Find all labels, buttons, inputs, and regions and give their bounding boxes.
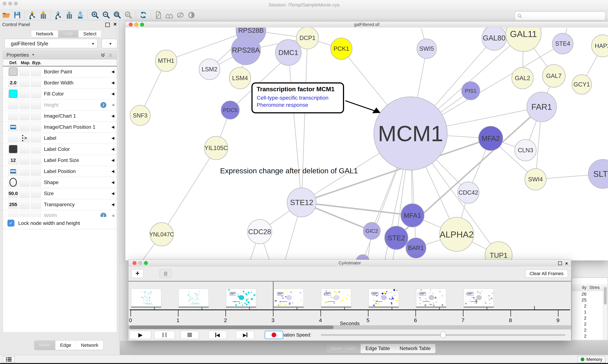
network-node-cdc28[interactable]: CDC28	[248, 220, 272, 244]
bypass-cell[interactable]	[31, 167, 41, 176]
style-options-button[interactable]: ▾	[102, 39, 117, 48]
window-zoom-icon[interactable]	[14, 1, 18, 6]
bypass-cell[interactable]	[31, 123, 41, 131]
expand-row-icon[interactable]: ◀	[111, 199, 114, 210]
table-row[interactable]: 2	[572, 327, 603, 333]
mapping-cell[interactable]	[19, 89, 30, 98]
annotation-link[interactable]: Cell-type-specific transcription	[257, 94, 339, 101]
delete-frame-button[interactable]	[159, 269, 172, 278]
property-row-transparency[interactable]: 255Transparency◀	[3, 199, 117, 210]
properties-header[interactable]: Properties ▾	[3, 51, 117, 59]
network-node-ste2[interactable]: STE2	[385, 226, 408, 249]
property-row-image-chart-1[interactable]: Image/Chart 1◀	[3, 111, 117, 122]
property-row-fill-color[interactable]: Fill Color◀	[3, 89, 117, 100]
tab-node[interactable]: Node	[34, 341, 55, 350]
mapping-cell[interactable]	[19, 111, 30, 120]
default-value-cell[interactable]	[8, 111, 18, 120]
network-node-pck1[interactable]: PCK1	[331, 38, 352, 59]
style-selector-dropdown[interactable]: galFiltered Style ▾	[4, 39, 97, 48]
mapping-cell[interactable]	[19, 78, 30, 87]
expand-row-icon[interactable]: ◀	[111, 111, 114, 121]
table-scrollbar[interactable]	[603, 284, 608, 340]
expand-row-icon[interactable]: ◀	[111, 133, 114, 143]
mapping-cell[interactable]	[19, 167, 30, 176]
window-minimize-icon[interactable]	[8, 1, 12, 6]
default-value-cell[interactable]: 2.0	[8, 78, 18, 87]
property-row-height[interactable]: Heighti◀	[3, 100, 117, 111]
info-icon[interactable]: i	[100, 102, 106, 108]
neighborhood-icon[interactable]	[165, 10, 174, 20]
property-row-size[interactable]: 50.0Size◀	[3, 188, 117, 199]
network-node-cln3[interactable]: CLN3	[515, 140, 536, 161]
zoom-icon[interactable]	[140, 23, 144, 26]
table-column-headers[interactable]: ity Stres	[572, 284, 603, 292]
network-node-lsm4[interactable]: LSM4	[229, 67, 251, 89]
expand-row-icon[interactable]: ◀	[111, 66, 114, 77]
expand-row-icon[interactable]: ◀	[111, 89, 114, 99]
next-frame-button[interactable]: ▶	[236, 331, 254, 339]
mapping-cell[interactable]	[19, 178, 30, 187]
zoom-selected-icon[interactable]	[124, 10, 133, 20]
network-node-hap2[interactable]: HAP2	[592, 35, 608, 57]
network-node-yil105c[interactable]: YIL105C	[204, 136, 228, 160]
network-node-gal2[interactable]: GAL2	[512, 67, 533, 89]
expand-row-icon[interactable]: ◀	[111, 155, 114, 165]
network-node-rps28a[interactable]: RPS28A	[231, 35, 261, 65]
property-row-label[interactable]: >Label◀	[3, 133, 117, 144]
property-row-border-paint[interactable]: Border Paint◀	[3, 66, 117, 78]
tab-select[interactable]: Select	[79, 30, 101, 37]
mapping-cell[interactable]	[19, 67, 30, 76]
network-node-far1[interactable]: FAR1	[527, 92, 556, 122]
bypass-cell[interactable]	[31, 100, 41, 109]
tab-edge[interactable]: Edge	[55, 341, 76, 350]
record-button[interactable]	[264, 331, 283, 339]
network-window-titlebar[interactable]: galFiltered.sif	[125, 22, 608, 28]
tab-edge-table[interactable]: Edge Table	[361, 344, 395, 353]
timeline-playhead[interactable]	[273, 281, 274, 310]
mapping-cell[interactable]	[19, 100, 30, 109]
search-input[interactable]	[515, 11, 606, 21]
table-row[interactable]: 26	[572, 291, 603, 297]
bypass-cell[interactable]	[31, 178, 41, 187]
expand-row-icon[interactable]: ◀	[111, 177, 114, 188]
bypass-cell[interactable]	[31, 134, 41, 143]
network-node-cdc42[interactable]: CDC42	[457, 182, 479, 203]
import-network-icon[interactable]	[28, 10, 37, 20]
network-node-mth1[interactable]: MTH1	[155, 50, 177, 71]
default-value-cell[interactable]	[8, 123, 18, 131]
close-icon[interactable]	[129, 23, 133, 26]
network-node-ste12[interactable]: STE12	[287, 188, 316, 217]
frame-thumbnail-4s[interactable]	[321, 288, 351, 307]
table-row[interactable]: 1	[572, 309, 603, 315]
network-node-bar1[interactable]: BAR1	[406, 238, 426, 258]
scrollbar-thumb[interactable]	[604, 287, 607, 305]
import-table-icon[interactable]	[39, 10, 48, 20]
default-value-cell[interactable]	[8, 167, 18, 176]
clear-all-frames-button[interactable]: Clear All Frames	[525, 269, 568, 278]
default-value-cell[interactable]	[8, 178, 18, 187]
zoom-icon[interactable]	[144, 261, 148, 265]
close-icon[interactable]	[133, 261, 137, 265]
default-value-cell[interactable]	[8, 89, 18, 98]
frame-thumbnail-6s[interactable]	[416, 288, 446, 307]
mapping-cell[interactable]	[19, 189, 30, 198]
network-node-gcy1[interactable]: GCY1	[572, 75, 592, 94]
table-row[interactable]: 2	[572, 321, 603, 327]
expand-row-icon[interactable]: ◀	[111, 144, 114, 154]
export-table-icon[interactable]	[64, 10, 74, 20]
annotation-box[interactable]: Transcription factor MCM1 Cell-type-spec…	[251, 82, 344, 113]
network-node-pis1[interactable]: PIS1	[462, 82, 480, 100]
bypass-cell[interactable]	[31, 189, 41, 198]
mapping-cell[interactable]: >	[19, 134, 30, 143]
window-close-icon[interactable]	[2, 1, 6, 6]
refresh-view-icon[interactable]	[138, 10, 148, 20]
bypass-cell[interactable]	[31, 145, 41, 154]
timeline[interactable]: 0123456789	[128, 281, 571, 325]
expand-row-icon[interactable]: ◀	[111, 100, 114, 110]
previous-frame-button[interactable]: ◀	[208, 331, 227, 339]
tab-style[interactable]: Style	[58, 30, 79, 37]
add-frame-button[interactable]: +	[131, 269, 144, 278]
save-session-icon[interactable]	[13, 10, 22, 20]
cyanimator-titlebar[interactable]: CyAnimator ×	[128, 260, 571, 266]
property-row-border-width[interactable]: 2.0Border Width◀	[3, 78, 117, 89]
